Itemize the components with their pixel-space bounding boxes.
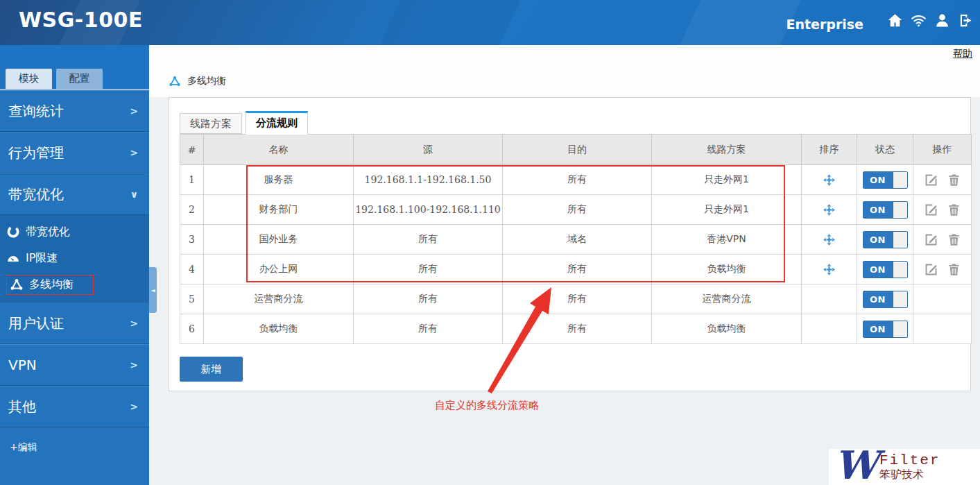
submenu-label: 多线均衡 bbox=[29, 278, 74, 292]
content-card: 线路方案 分流规则 # 名称 源 目的 线路方案 排序 状态 操作 1 服务器 … bbox=[169, 97, 971, 391]
add-button[interactable]: 新增 bbox=[180, 357, 243, 382]
logout-icon[interactable] bbox=[957, 12, 974, 29]
sidebar-item-user-auth[interactable]: 用户认证 > bbox=[0, 303, 149, 344]
tab-split-rules[interactable]: 分流规则 bbox=[246, 111, 308, 135]
cell-actions bbox=[913, 255, 972, 284]
chevron-right-icon: > bbox=[130, 359, 138, 371]
cell-plan: 香港VPN bbox=[652, 225, 802, 255]
delete-icon[interactable] bbox=[947, 173, 961, 187]
toggle-knob bbox=[893, 202, 907, 218]
cell-source: 所有 bbox=[354, 284, 503, 314]
drag-sort-icon[interactable] bbox=[823, 233, 836, 246]
breadcrumb: 多线均衡 bbox=[169, 75, 226, 87]
table-row: 5 运营商分流 所有 所有 运营商分流 ON bbox=[180, 284, 972, 314]
menu-label: 查询统计 bbox=[8, 102, 64, 121]
menu-label: VPN bbox=[8, 357, 37, 373]
triangle-network-icon bbox=[10, 278, 24, 291]
submenu-label: 带宽优化 bbox=[26, 225, 70, 239]
cell-source: 所有 bbox=[354, 225, 503, 255]
watermark-company: 笨驴技术 bbox=[879, 468, 940, 482]
main-top-strip bbox=[149, 45, 980, 97]
edit-icon[interactable] bbox=[924, 173, 938, 187]
ring-icon bbox=[6, 225, 20, 239]
annotation-text: 自定义的多线分流策略 bbox=[435, 399, 539, 412]
col-header-plan: 线路方案 bbox=[652, 135, 802, 165]
tab-modules[interactable]: 模块 bbox=[6, 69, 52, 89]
watermark-text: Filter 笨驴技术 bbox=[879, 452, 940, 482]
cell-actions bbox=[913, 165, 972, 195]
cell-dest: 所有 bbox=[503, 195, 652, 225]
toggle-knob bbox=[893, 172, 907, 188]
app-title: WSG-100E bbox=[19, 8, 143, 32]
toggle-knob bbox=[893, 232, 907, 248]
row-number: 5 bbox=[180, 284, 204, 314]
cell-plan: 只走外网1 bbox=[652, 165, 802, 195]
toggle-on-label: ON bbox=[863, 291, 893, 307]
toggle-knob bbox=[893, 321, 907, 337]
sidebar-edit-link[interactable]: +编辑 bbox=[0, 427, 149, 454]
help-link[interactable]: 帮助 bbox=[953, 48, 972, 60]
toggle-knob bbox=[893, 262, 907, 278]
sidebar-item-query-stats[interactable]: 查询统计 > bbox=[0, 90, 149, 132]
sidebar-item-other[interactable]: 其他 > bbox=[0, 386, 149, 427]
cell-dest: 所有 bbox=[503, 165, 652, 195]
drag-sort-icon[interactable] bbox=[823, 173, 836, 187]
toggle-on-label: ON bbox=[863, 172, 893, 188]
cell-sort bbox=[802, 255, 857, 284]
rules-table: # 名称 源 目的 线路方案 排序 状态 操作 1 服务器 192.168.1.… bbox=[180, 134, 972, 344]
sidebar-item-vpn[interactable]: VPN > bbox=[0, 344, 149, 386]
delete-icon[interactable] bbox=[947, 232, 961, 247]
watermark-brand: Filter bbox=[879, 452, 940, 468]
active-item-highlight-box: 多线均衡 bbox=[6, 275, 94, 295]
tab-config[interactable]: 配置 bbox=[56, 69, 103, 89]
status-toggle[interactable]: ON bbox=[863, 321, 908, 338]
drag-sort-icon[interactable] bbox=[823, 263, 836, 276]
user-icon[interactable] bbox=[934, 12, 951, 29]
delete-icon[interactable] bbox=[947, 203, 961, 217]
cell-actions bbox=[913, 314, 972, 344]
sidebar-item-ip-limit[interactable]: IP限速 bbox=[0, 245, 149, 271]
menu-label: 其他 bbox=[8, 398, 36, 416]
edit-icon[interactable] bbox=[924, 203, 938, 217]
delete-icon[interactable] bbox=[947, 262, 961, 277]
cell-status: ON bbox=[857, 284, 913, 314]
cell-status: ON bbox=[857, 314, 913, 344]
cell-status: ON bbox=[857, 225, 913, 255]
chevron-right-icon: > bbox=[130, 401, 138, 412]
sidebar-item-bandwidth-opt[interactable]: 带宽优化 ∨ bbox=[0, 173, 149, 215]
col-header-sort: 排序 bbox=[802, 135, 857, 165]
status-toggle[interactable]: ON bbox=[863, 171, 908, 189]
status-toggle[interactable]: ON bbox=[863, 231, 908, 248]
edit-icon[interactable] bbox=[924, 262, 938, 277]
top-header: WSG-100E Enterprise bbox=[0, 0, 980, 45]
col-header-name: 名称 bbox=[204, 135, 354, 165]
drag-sort-icon[interactable] bbox=[823, 203, 836, 216]
status-toggle[interactable]: ON bbox=[863, 261, 908, 278]
tab-line-plan[interactable]: 线路方案 bbox=[180, 113, 242, 134]
row-number: 4 bbox=[180, 255, 204, 284]
watermark: W Filter 笨驴技术 bbox=[829, 449, 980, 485]
sidebar-item-behavior-mgmt[interactable]: 行为管理 > bbox=[0, 132, 149, 173]
cell-name: 服务器 bbox=[204, 165, 354, 195]
cell-name: 运营商分流 bbox=[204, 284, 354, 314]
table-row: 4 办公上网 所有 所有 负载均衡 ON bbox=[180, 255, 972, 284]
wifi-icon[interactable] bbox=[910, 12, 927, 29]
home-icon[interactable] bbox=[886, 12, 904, 29]
cell-actions bbox=[913, 195, 972, 225]
cell-plan: 负载均衡 bbox=[652, 255, 802, 284]
cell-name: 国外业务 bbox=[204, 225, 354, 255]
cell-sort bbox=[802, 284, 857, 314]
status-toggle[interactable]: ON bbox=[863, 201, 908, 219]
col-header-status: 状态 bbox=[857, 135, 913, 165]
col-header-actions: 操作 bbox=[913, 135, 972, 165]
row-number: 1 bbox=[180, 165, 204, 195]
sidebar-item-bandwidth-opt-sub[interactable]: 带宽优化 bbox=[0, 219, 149, 245]
submenu-label: IP限速 bbox=[26, 251, 58, 266]
sidebar-collapse-handle[interactable]: ◄ bbox=[149, 267, 157, 313]
cell-actions bbox=[913, 225, 972, 255]
collapse-left-icon: ◄ bbox=[151, 287, 155, 293]
sidebar: 模块 配置 查询统计 > 行为管理 > 带宽优化 ∨ 带宽优化 IP限速 bbox=[0, 45, 149, 485]
status-toggle[interactable]: ON bbox=[863, 291, 908, 308]
sidebar-item-multiline-balance[interactable]: 多线均衡 bbox=[0, 271, 149, 298]
edit-icon[interactable] bbox=[924, 232, 938, 247]
